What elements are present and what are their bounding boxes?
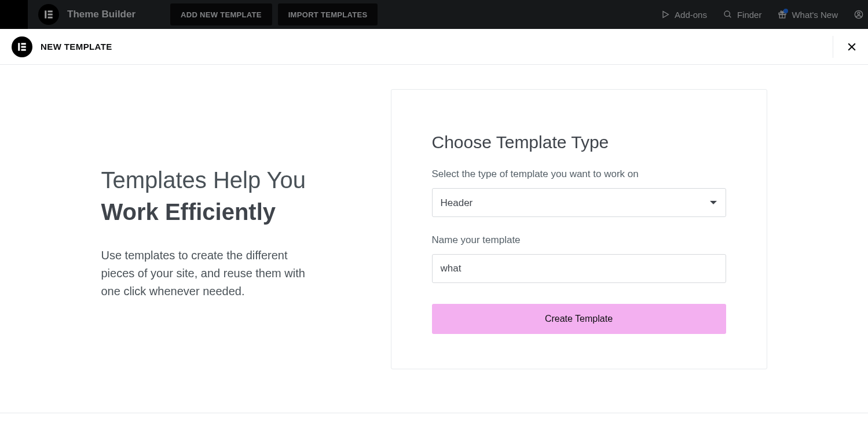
finder-link[interactable]: Finder: [723, 10, 762, 20]
toolbar-title: Theme Builder: [67, 9, 135, 20]
user-icon: [854, 10, 863, 19]
modal-title: NEW TEMPLATE: [41, 42, 112, 52]
template-type-label: Select the type of template you want to …: [432, 168, 726, 180]
search-icon: [723, 10, 733, 19]
modal-content: Templates Help You Work Efficiently Use …: [0, 65, 868, 369]
elementor-logo-icon: [38, 4, 59, 25]
headline-line-1: Templates Help You: [101, 164, 391, 196]
addons-link[interactable]: Add-ons: [661, 10, 707, 20]
svg-rect-12: [18, 43, 20, 51]
finder-label: Finder: [737, 10, 762, 20]
svg-rect-13: [21, 43, 26, 45]
svg-rect-0: [45, 10, 46, 19]
description-text: Use templates to create the different pi…: [101, 247, 316, 300]
svg-rect-3: [48, 17, 53, 19]
notification-dot-icon: [783, 9, 788, 13]
template-type-select-wrap: Header: [432, 188, 726, 217]
whats-new-link[interactable]: What's New: [778, 10, 838, 20]
svg-point-11: [858, 12, 860, 14]
app-toolbar: Theme Builder ADD NEW TEMPLATE IMPORT TE…: [0, 0, 868, 29]
svg-rect-15: [21, 49, 26, 50]
template-name-label: Name your template: [432, 234, 726, 246]
form-title: Choose Template Type: [432, 133, 726, 152]
addons-label: Add-ons: [675, 10, 707, 20]
template-type-select[interactable]: Header: [432, 188, 726, 217]
svg-rect-2: [48, 14, 53, 16]
play-icon: [661, 10, 670, 19]
template-name-input[interactable]: [432, 254, 726, 283]
user-menu[interactable]: [854, 10, 863, 19]
svg-line-6: [729, 16, 731, 17]
headline-line-2: Work Efficiently: [101, 196, 391, 228]
svg-rect-1: [48, 10, 53, 12]
elementor-logo-icon: [12, 36, 32, 57]
svg-rect-14: [21, 46, 26, 47]
create-template-button[interactable]: Create Template: [432, 304, 726, 334]
modal-header: NEW TEMPLATE: [0, 29, 868, 65]
sidebar-toggle[interactable]: [0, 0, 28, 29]
svg-marker-4: [663, 12, 668, 18]
left-copy: Templates Help You Work Efficiently Use …: [101, 89, 391, 369]
template-form: Choose Template Type Select the type of …: [391, 89, 767, 369]
import-templates-button[interactable]: IMPORT TEMPLATES: [278, 3, 378, 25]
svg-point-5: [724, 11, 730, 16]
close-button[interactable]: [833, 36, 858, 58]
whats-new-label: What's New: [792, 10, 838, 20]
close-icon: [846, 41, 858, 53]
add-new-template-button[interactable]: ADD NEW TEMPLATE: [170, 3, 272, 25]
bottom-divider: [0, 413, 868, 413]
toolbar-right: Add-ons Finder What's New: [661, 10, 868, 20]
